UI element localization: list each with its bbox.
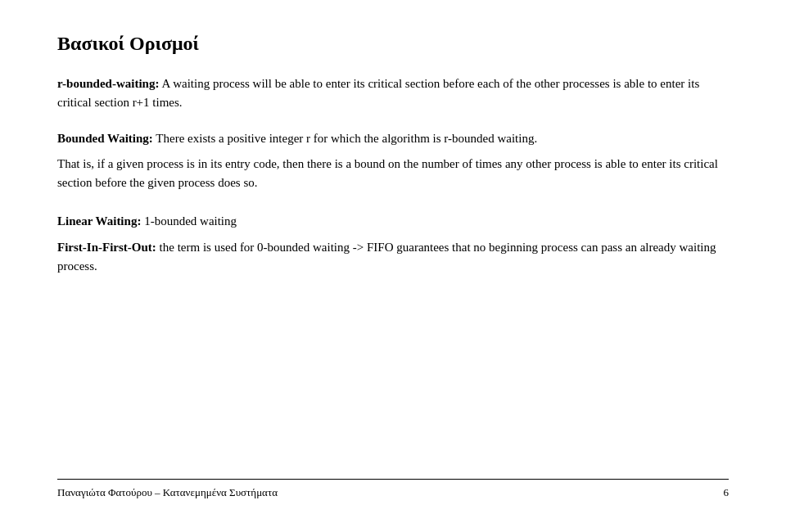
bounded-waiting-term: Bounded Waiting: [57,132,153,145]
fifo-term: First-In-First-Out: [57,241,156,254]
rbounded-paragraph: r-bounded-waiting: A waiting process wil… [57,74,729,113]
content-area: Βασικοί Ορισμοί r-bounded-waiting: A wai… [57,33,729,479]
fifo-paragraph: First-In-First-Out: the term is used for… [57,238,729,277]
fifo-text: the term is used for 0-bounded waiting -… [57,241,716,273]
bounded-waiting-paragraph: Bounded Waiting: There exists a positive… [57,129,729,148]
bounded-waiting-text: There exists a positive integer r for wh… [153,132,537,145]
footer-left-text: Παναγιώτα Φατούρου – Κατανεμημένα Συστήμ… [57,486,278,499]
page-footer: Παναγιώτα Φατούρου – Κατανεμημένα Συστήμ… [57,479,729,499]
linear-waiting-paragraph: Linear Waiting: 1-bounded waiting [57,212,729,231]
page: Βασικοί Ορισμοί r-bounded-waiting: A wai… [0,0,786,532]
linear-waiting-term: Linear Waiting: [57,214,141,228]
bounded-waiting-detail-text: That is, if a given process is in its en… [57,157,718,189]
bounded-waiting-detail-paragraph: That is, if a given process is in its en… [57,155,729,193]
rbounded-term: r-bounded-waiting: [57,77,159,90]
page-title: Βασικοί Ορισμοί [57,33,729,55]
linear-waiting-text: 1-bounded waiting [141,214,237,228]
page-number: 6 [724,486,730,499]
